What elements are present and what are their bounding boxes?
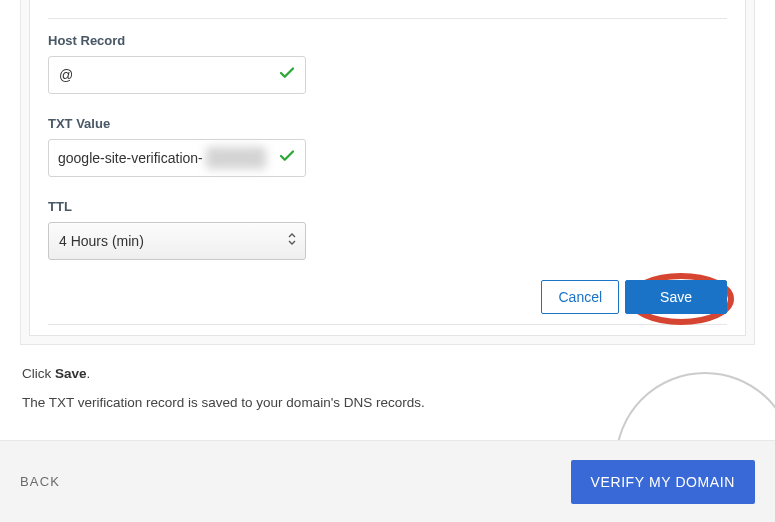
txt-value-field: TXT Value google-site-verification- [48,116,727,177]
form-card: Host Record TXT Value google-site-verifi… [29,0,746,336]
form-card-outer: Host Record TXT Value google-site-verifi… [20,0,755,345]
save-button[interactable]: Save [625,280,727,314]
ttl-label: TTL [48,199,727,214]
txt-value-label: TXT Value [48,116,727,131]
instructions-block: Click Save. The TXT verification record … [20,345,755,437]
verify-my-domain-button[interactable]: VERIFY MY DOMAIN [571,460,755,504]
host-record-field: Host Record [48,33,727,94]
instruction-line-2: The TXT verification record is saved to … [22,392,753,415]
ttl-field: TTL 4 Hours (min) [48,199,727,260]
instruction-line-1: Click Save. [22,363,753,386]
ttl-select[interactable]: 4 Hours (min) [48,222,306,260]
divider [48,18,727,19]
footer-bar: BACK VERIFY MY DOMAIN [0,440,775,522]
back-link[interactable]: BACK [20,474,60,489]
cancel-button[interactable]: Cancel [541,280,619,314]
txt-value-input[interactable] [48,139,306,177]
redacted-blur [206,147,266,169]
host-record-input[interactable] [48,56,306,94]
action-row: Cancel Save [48,274,727,325]
host-record-label: Host Record [48,33,727,48]
